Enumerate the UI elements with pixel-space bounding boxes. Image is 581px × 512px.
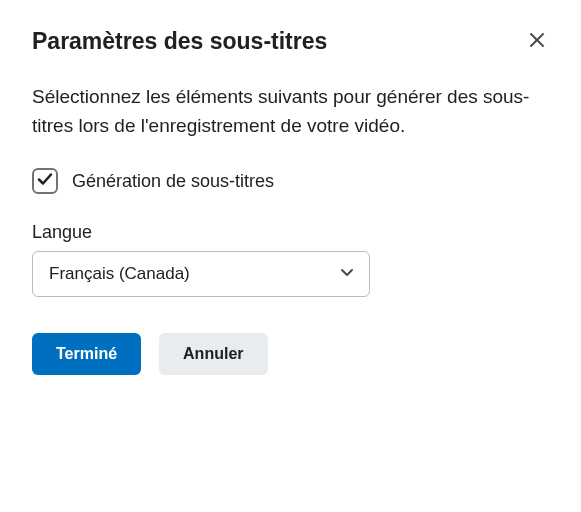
- done-button[interactable]: Terminé: [32, 333, 141, 375]
- checkbox-row: Génération de sous-titres: [32, 168, 549, 194]
- dialog-title: Paramètres des sous-titres: [32, 28, 327, 55]
- dialog-description: Sélectionnez les éléments suivants pour …: [32, 83, 549, 140]
- button-row: Terminé Annuler: [32, 333, 549, 375]
- cancel-button[interactable]: Annuler: [159, 333, 267, 375]
- checkbox-label: Génération de sous-titres: [72, 171, 274, 192]
- language-select[interactable]: Français (Canada): [32, 251, 370, 297]
- checkmark-icon: [37, 171, 53, 191]
- dialog-header: Paramètres des sous-titres: [32, 28, 549, 55]
- language-select-wrapper: Français (Canada): [32, 251, 370, 297]
- generate-captions-checkbox[interactable]: [32, 168, 58, 194]
- language-label: Langue: [32, 222, 549, 243]
- close-button[interactable]: [525, 28, 549, 55]
- close-icon: [529, 32, 545, 51]
